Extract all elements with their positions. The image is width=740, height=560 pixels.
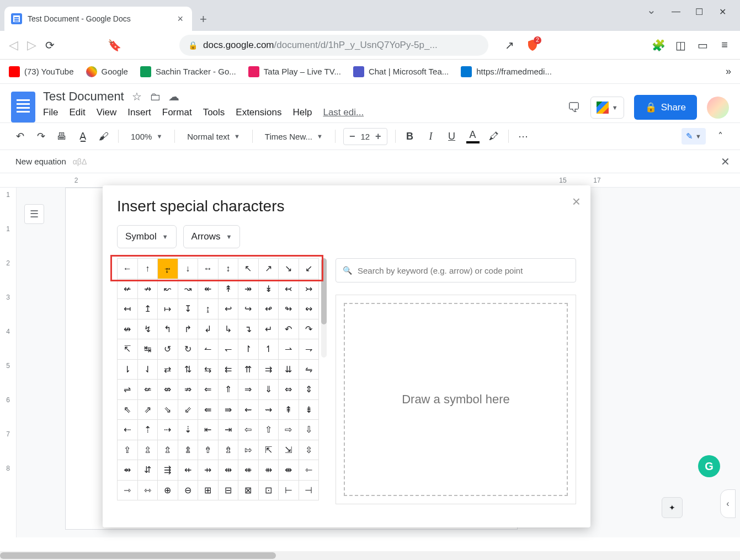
- char-cell[interactable]: ⇁: [299, 339, 320, 360]
- char-cell[interactable]: ⊣: [299, 481, 320, 501]
- char-cell[interactable]: ⇌: [118, 380, 138, 400]
- paragraph-style-select[interactable]: Normal text▼: [183, 130, 244, 143]
- char-cell[interactable]: ↴: [238, 319, 259, 340]
- char-cell[interactable]: ↩: [219, 299, 239, 319]
- reload-button[interactable]: ⟳: [45, 39, 55, 52]
- char-cell[interactable]: ⇗: [138, 400, 158, 420]
- char-cell[interactable]: ⇵: [138, 460, 158, 481]
- char-cell[interactable]: ↣: [299, 279, 320, 300]
- url-field[interactable]: 🔒 docs.google.com/document/d/1hP_y_UsnQ7…: [179, 35, 488, 56]
- char-cell[interactable]: ↿: [259, 339, 279, 360]
- char-cell[interactable]: ↛: [138, 279, 158, 300]
- menu-tools[interactable]: Tools: [203, 107, 225, 118]
- extensions-icon[interactable]: 🧩: [652, 39, 665, 52]
- char-cell[interactable]: ⇙: [178, 400, 199, 420]
- char-cell[interactable]: ↱: [178, 319, 199, 340]
- account-avatar[interactable]: [707, 97, 729, 119]
- new-equation-button[interactable]: New equation: [15, 157, 66, 166]
- brave-shield-icon[interactable]: 2: [526, 39, 539, 52]
- char-cell[interactable]: ⇇: [219, 360, 239, 380]
- horizontal-scrollbar[interactable]: [0, 551, 740, 560]
- char-cell[interactable]: ⇃: [138, 360, 158, 380]
- char-cell[interactable]: ⇘: [158, 400, 178, 420]
- highlight-icon[interactable]: 🖍: [487, 131, 501, 142]
- char-cell[interactable]: ⇆: [198, 360, 219, 380]
- tabs-dropdown-icon[interactable]: ⌄: [647, 3, 656, 20]
- char-cell[interactable]: ⊠: [238, 481, 259, 501]
- char-cell[interactable]: ⇻: [259, 460, 279, 481]
- underline-icon[interactable]: U: [445, 131, 459, 142]
- close-equation-bar-icon[interactable]: ✕: [721, 155, 730, 168]
- menu-file[interactable]: File: [43, 107, 58, 118]
- char-cell[interactable]: ↹: [138, 339, 158, 360]
- char-cell[interactable]: ↡: [259, 279, 279, 300]
- move-icon[interactable]: 🗀: [150, 90, 161, 103]
- char-cell[interactable]: ↰: [158, 319, 178, 340]
- char-cell[interactable]: ⇐: [198, 380, 219, 400]
- char-cell[interactable]: ⇈: [238, 360, 259, 380]
- wallet-icon[interactable]: ▭: [696, 39, 709, 52]
- char-cell[interactable]: ⇮: [198, 440, 219, 461]
- char-cell[interactable]: ↤: [118, 299, 138, 319]
- char-cell[interactable]: ⇷: [178, 460, 199, 481]
- document-title[interactable]: Test Document: [43, 89, 124, 104]
- char-cell[interactable]: ↪: [238, 299, 259, 319]
- char-cell[interactable]: ⇍: [138, 380, 158, 400]
- char-cell[interactable]: ⊢: [279, 481, 299, 501]
- char-cell[interactable]: ↟: [219, 279, 239, 300]
- draw-area[interactable]: Draw a symbol here: [336, 295, 576, 504]
- back-button[interactable]: ◁: [9, 38, 18, 52]
- char-cell[interactable]: ⇹: [219, 460, 239, 481]
- char-cell[interactable]: ↲: [198, 319, 219, 340]
- browser-menu-icon[interactable]: ≡: [718, 39, 731, 52]
- char-cell[interactable]: ⇚: [198, 400, 219, 420]
- font-size-input[interactable]: − 12 +: [343, 128, 387, 145]
- char-cell[interactable]: ⇡: [138, 420, 158, 440]
- minimize-button[interactable]: —: [666, 3, 686, 20]
- char-cell[interactable]: ⇩: [299, 420, 320, 440]
- char-cell[interactable]: ⇨: [279, 420, 299, 440]
- char-cell[interactable]: ↵: [259, 319, 279, 340]
- char-cell[interactable]: ⇰: [238, 440, 259, 461]
- char-cell[interactable]: ⇋: [299, 360, 320, 380]
- char-cell[interactable]: ⇱: [259, 440, 279, 461]
- menu-edit[interactable]: Edit: [69, 107, 85, 118]
- char-cell[interactable]: ↻: [178, 339, 199, 360]
- new-tab-button[interactable]: +: [192, 8, 215, 31]
- comments-icon[interactable]: 🗨: [567, 100, 581, 115]
- char-cell[interactable]: ↫: [259, 299, 279, 319]
- spellcheck-icon[interactable]: A̲: [76, 130, 89, 142]
- share-page-icon[interactable]: ↗: [503, 39, 516, 52]
- bookmark-tracker[interactable]: Sachin Tracker - Go...: [140, 66, 236, 77]
- close-tab-icon[interactable]: ×: [175, 12, 185, 26]
- char-cell[interactable]: ↧: [178, 299, 199, 319]
- font-select[interactable]: Times New...▼: [260, 130, 327, 143]
- char-cell[interactable]: ↗: [259, 259, 279, 279]
- bold-icon[interactable]: B: [403, 131, 417, 142]
- char-cell[interactable]: ↸: [118, 339, 138, 360]
- char-cell[interactable]: ⇯: [219, 440, 239, 461]
- char-cell[interactable]: ↷: [299, 319, 320, 340]
- grammarly-icon[interactable]: G: [698, 455, 720, 477]
- char-cell[interactable]: ↖: [238, 259, 259, 279]
- char-cell[interactable]: ↺: [158, 339, 178, 360]
- bookmark-onedrive[interactable]: https://framedmedi...: [461, 66, 552, 77]
- char-cell[interactable]: ⇸: [198, 460, 219, 481]
- char-cell[interactable]: ⇝: [259, 400, 279, 420]
- redo-icon[interactable]: ↷: [34, 130, 47, 142]
- greek-letters-icon[interactable]: αβΔ: [73, 157, 87, 166]
- char-cell[interactable]: ⇞: [279, 400, 299, 420]
- char-cell[interactable]: ⇀: [279, 339, 299, 360]
- char-cell[interactable]: ⊕: [158, 481, 178, 501]
- char-cell[interactable]: ⇟: [299, 400, 320, 420]
- maximize-button[interactable]: ☐: [689, 3, 709, 20]
- char-cell[interactable]: ↜: [158, 279, 178, 300]
- char-cell[interactable]: ⇓: [259, 380, 279, 400]
- char-cell[interactable]: ⇴: [118, 460, 138, 481]
- char-cell[interactable]: ⇧: [259, 420, 279, 440]
- char-cell[interactable]: ⊡: [259, 481, 279, 501]
- char-cell[interactable]: ⇶: [158, 460, 178, 481]
- side-panel-toggle[interactable]: ‹: [720, 489, 736, 518]
- editing-mode-button[interactable]: ✎▼: [682, 128, 706, 145]
- char-cell[interactable]: ↚: [118, 279, 138, 300]
